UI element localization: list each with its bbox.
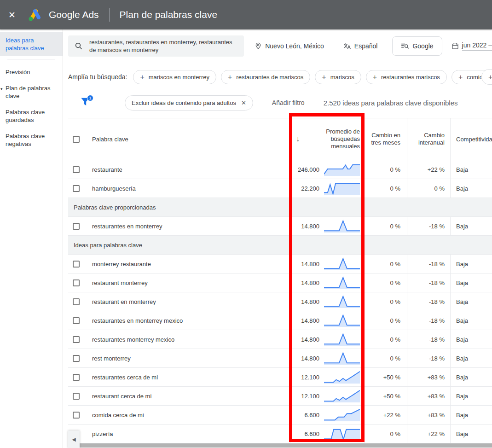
broaden-chip[interactable]: + mariscos en monterrey: [133, 70, 216, 84]
avg-searches-cell: 14.800: [290, 349, 364, 367]
avg-searches-cell: 14.800: [290, 217, 364, 235]
avg-searches-cell: 12.100: [290, 368, 364, 386]
yoy-value: +83 %: [428, 393, 445, 400]
yoy-value: -18 %: [429, 261, 445, 268]
active-filter-chip[interactable]: Excluir ideas de contenido para adultos …: [125, 95, 253, 111]
yoy-value: 0 %: [434, 185, 445, 192]
broaden-chip[interactable]: + restaurantes mariscos: [366, 70, 447, 84]
sidebar-divider: [7, 59, 55, 59]
row-checkbox[interactable]: [73, 279, 80, 286]
trend-sparkline: [324, 390, 360, 402]
sidebar-item[interactable]: Ideas para palabras clave: [0, 32, 63, 56]
sidebar-item-label: Ideas para palabras clave: [6, 37, 44, 52]
keyword-column-header[interactable]: Palabra clave: [89, 118, 290, 160]
row-checkbox[interactable]: [73, 355, 80, 362]
competition-value: Baja: [456, 336, 468, 343]
plus-icon: +: [140, 74, 144, 80]
trend-sparkline: [324, 408, 360, 421]
location-pin-icon: [255, 42, 262, 50]
table-row: restaurantes en monterrey mexico 14.800 …: [68, 311, 492, 330]
sidebar-item[interactable]: Previsión: [0, 64, 63, 80]
three-month-column-header[interactable]: Cambio en tres meses: [364, 118, 407, 160]
row-checkbox[interactable]: [73, 166, 80, 173]
network-selector[interactable]: Google: [392, 36, 442, 56]
sort-descending-icon[interactable]: ↓: [296, 135, 300, 143]
trend-sparkline: [324, 163, 360, 176]
yoy-column-header[interactable]: Cambio interanual: [407, 118, 450, 160]
yoy-value: -18 %: [429, 298, 445, 305]
sidebar-item[interactable]: Palabras clave negativas: [0, 128, 63, 152]
keyword-cell-text: pizzería: [92, 431, 113, 437]
row-checkbox[interactable]: [73, 336, 80, 343]
row-checkbox[interactable]: [73, 298, 80, 305]
broaden-chip[interactable]: + mariscos: [315, 70, 361, 84]
three-month-value: 0 %: [390, 355, 400, 362]
plus-icon: +: [322, 74, 326, 80]
remove-filter-icon[interactable]: ✕: [241, 99, 246, 106]
horizontal-scrollbar[interactable]: [80, 443, 492, 448]
location-selector[interactable]: Nuevo León, México: [255, 42, 324, 50]
calendar-icon: [451, 42, 459, 50]
keyword-search-input[interactable]: restaurantes, restaurantes en monterrey,…: [68, 35, 244, 57]
trend-sparkline: [324, 333, 360, 346]
trend-sparkline: [324, 295, 360, 308]
three-month-value: 0 %: [390, 298, 400, 305]
results-summary: 2.520 ideas para palabras clave disponib…: [324, 99, 458, 107]
row-checkbox-cell: [68, 273, 89, 292]
targeting-bar: restaurantes, restaurantes en monterrey,…: [68, 29, 492, 57]
competition-column-header[interactable]: Competitividad: [450, 118, 492, 160]
plus-icon: +: [488, 74, 492, 80]
yoy-value: +83 %: [428, 412, 445, 419]
sidebar-item-label: Previsión: [6, 69, 30, 76]
row-checkbox[interactable]: [73, 261, 80, 268]
table-row: restaurante 246.000 0 % +22 % Baja: [68, 160, 492, 179]
avg-searches-cell: 246.000: [290, 160, 364, 179]
row-checkbox[interactable]: [73, 393, 80, 400]
section-label: Ideas para palabras clave: [74, 242, 142, 249]
sidebar-nav: Ideas para palabras clave Previsión ▾ Pl…: [0, 29, 63, 448]
competition-column-label: Competitividad: [456, 136, 492, 143]
row-checkbox[interactable]: [73, 223, 80, 230]
three-month-value: 0 %: [390, 431, 400, 437]
row-checkbox[interactable]: [73, 185, 80, 192]
row-checkbox[interactable]: [73, 412, 80, 419]
topbar: ✕ Google Ads Plan de palabras clave: [0, 0, 492, 29]
three-month-value: 0 %: [390, 317, 400, 324]
filter-funnel-icon[interactable]: 1: [81, 97, 92, 108]
expander-arrow-icon[interactable]: ▾: [0, 85, 3, 93]
row-checkbox-cell: [68, 330, 89, 349]
search-network-icon: [401, 43, 409, 49]
competition-value: Baja: [456, 317, 468, 324]
row-checkbox[interactable]: [73, 374, 80, 381]
keyword-cell-text: restaurantes en monterrey: [92, 223, 162, 230]
keyword-cell-text: restaurant en monterrey: [92, 298, 156, 305]
keyword-cell-text: comida cerca de mi: [92, 412, 144, 419]
broaden-chips: + mariscos en monterrey + restaurantes d…: [133, 70, 492, 84]
row-checkbox-cell: [68, 311, 89, 330]
scroll-left-button[interactable]: ◀: [68, 431, 80, 448]
avg-value: 14.800: [301, 317, 319, 324]
keyword-cell-text: restaurante: [92, 166, 122, 173]
close-icon[interactable]: ✕: [8, 10, 21, 20]
row-checkbox[interactable]: [73, 317, 80, 324]
avg-searches-cell: 6.600: [290, 425, 364, 443]
broaden-chip[interactable]: + restaurantes de mariscos: [221, 70, 310, 84]
three-month-value: 0 %: [390, 185, 400, 192]
date-range-selector[interactable]: jun 2022 –: [451, 41, 492, 51]
sidebar-item[interactable]: Palabras clave guardadas: [0, 104, 63, 128]
row-checkbox-cell: [68, 406, 89, 424]
language-selector[interactable]: Español: [343, 42, 378, 50]
keyword-cell-text: restaurantes en monterrey mexico: [92, 317, 183, 324]
table-row: restaurantes monterrey mexico 14.800 0 %…: [68, 330, 492, 349]
yoy-value: -18 %: [429, 223, 445, 230]
avg-searches-column-header[interactable]: ↓ Promedio de búsquedas mensuales: [290, 118, 364, 160]
avg-searches-cell: 14.800: [290, 292, 364, 311]
three-month-value: 0 %: [390, 279, 400, 286]
avg-searches-column-label: Promedio de búsquedas mensuales: [313, 128, 360, 150]
select-all-checkbox[interactable]: [73, 136, 80, 143]
sidebar-item[interactable]: ▾ Plan de palabras clave: [0, 80, 63, 104]
row-checkbox-cell: [68, 368, 89, 386]
avg-searches-cell: 14.800: [290, 273, 364, 292]
avg-searches-cell: 12.100: [290, 387, 364, 405]
add-filter-button[interactable]: Añadir filtro: [272, 99, 305, 106]
